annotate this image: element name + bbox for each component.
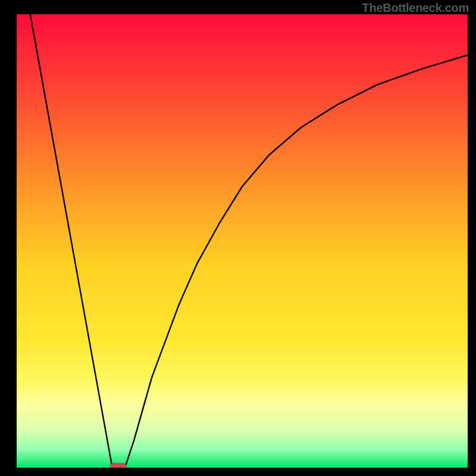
chart-svg bbox=[0, 0, 476, 476]
svg-rect-2 bbox=[0, 0, 17, 476]
chart-container: TheBottleneck.com bbox=[0, 0, 476, 476]
plot-background bbox=[17, 14, 468, 468]
watermark-text: TheBottleneck.com bbox=[362, 1, 469, 15]
svg-rect-1 bbox=[0, 468, 476, 476]
svg-rect-3 bbox=[468, 0, 476, 476]
